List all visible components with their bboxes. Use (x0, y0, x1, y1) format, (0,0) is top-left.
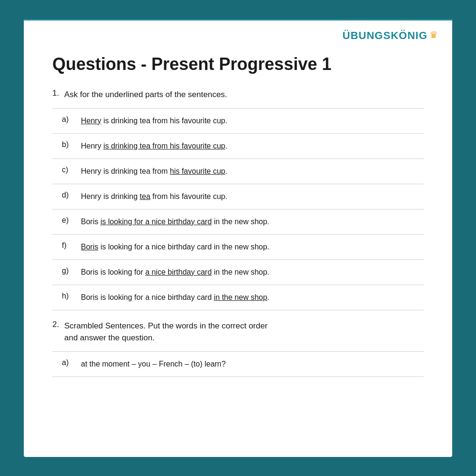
section-2-header: 2. Scrambled Sentences. Put the words in… (52, 320, 424, 344)
item-text: Boris is looking for a nice birthday car… (81, 241, 424, 253)
item-text: Boris is looking for a nice birthday car… (81, 292, 424, 303)
underline-text: Boris (81, 243, 98, 251)
section-1-list: a) Henry is drinking tea from his favour… (52, 108, 424, 310)
item-text: Henry is drinking tea from his favourite… (81, 166, 424, 177)
section-2-instruction: Scrambled Sentences. Put the words in th… (64, 320, 268, 344)
list-item: h) Boris is looking for a nice birthday … (52, 285, 424, 310)
item-label: a) (62, 115, 81, 124)
brand-text: ÜBUNGSKÖNIG (343, 30, 427, 42)
item-label: d) (62, 191, 81, 199)
underline-text: is drinking tea from his favourite cup (103, 142, 225, 150)
brand: ÜBUNGSKÖNIG ♛ (343, 29, 438, 42)
list-item: b) Henry is drinking tea from his favour… (52, 134, 424, 159)
section-1-header: 1. Ask for the underlined parts of the s… (52, 89, 424, 101)
section-2: 2. Scrambled Sentences. Put the words in… (52, 320, 424, 377)
list-item: g) Boris is looking for a nice birthday … (52, 260, 424, 285)
section-1-number: 1. (52, 89, 64, 98)
section-1-instruction: Ask for the underlined parts of the sent… (64, 89, 227, 101)
list-item: e) Boris is looking for a nice birthday … (52, 209, 424, 235)
underline-text: in the new shop (214, 293, 267, 301)
list-item: a) Henry is drinking tea from his favour… (52, 108, 424, 134)
item-label: e) (62, 216, 81, 225)
list-item: d) Henry is drinking tea from his favour… (52, 184, 424, 209)
item-text: at the moment – you – French – (to) lear… (81, 358, 424, 370)
paper-container: ÜBUNGSKÖNIG ♛ Questions - Present Progre… (24, 19, 452, 457)
section-2-number: 2. (52, 320, 64, 329)
header: ÜBUNGSKÖNIG ♛ (24, 20, 452, 45)
item-label: g) (62, 267, 81, 275)
item-text: Boris is looking for a nice birthday car… (81, 267, 424, 278)
item-text: Boris is looking for a nice birthday car… (81, 216, 424, 228)
item-label: f) (62, 241, 81, 250)
main-content: Questions - Present Progressive 1 1. Ask… (24, 45, 452, 401)
item-label: h) (62, 292, 81, 300)
crown-icon: ♛ (429, 29, 438, 40)
underline-text: his favourite cup (170, 167, 226, 175)
page-title: Questions - Present Progressive 1 (52, 54, 424, 74)
item-label: b) (62, 140, 81, 149)
underline-text: Henry (81, 117, 101, 125)
list-item: f) Boris is looking for a nice birthday … (52, 235, 424, 260)
item-text: Henry is drinking tea from his favourite… (81, 140, 424, 152)
underline-text: a nice birthday card (145, 268, 212, 276)
section-2-list: a) at the moment – you – French – (to) l… (52, 351, 424, 377)
underline-text: tea (140, 192, 150, 200)
list-item: a) at the moment – you – French – (to) l… (52, 351, 424, 377)
item-text: Henry is drinking tea from his favourite… (81, 191, 424, 202)
item-label: c) (62, 166, 81, 174)
list-item: c) Henry is drinking tea from his favour… (52, 159, 424, 184)
item-text: Henry is drinking tea from his favourite… (81, 115, 424, 127)
section-1: 1. Ask for the underlined parts of the s… (52, 89, 424, 310)
underline-text: is looking for a nice birthday card (100, 218, 212, 226)
item-label: a) (62, 358, 81, 367)
